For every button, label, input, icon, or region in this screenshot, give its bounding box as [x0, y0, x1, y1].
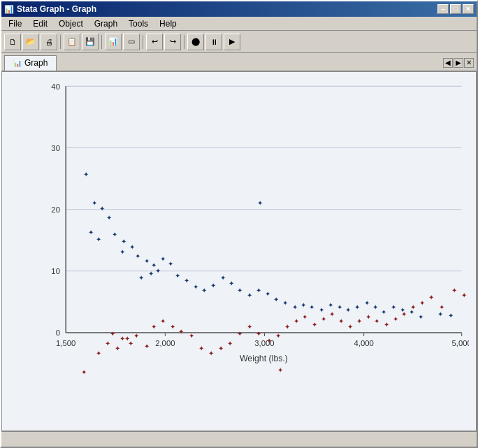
svg-text:✦: ✦: [374, 317, 379, 325]
svg-text:✦: ✦: [96, 349, 101, 357]
svg-text:✦: ✦: [284, 323, 290, 331]
svg-text:✦: ✦: [328, 301, 333, 309]
svg-text:0: 0: [56, 328, 60, 337]
toolbar-pause[interactable]: ⏸: [205, 34, 222, 50]
maximize-button[interactable]: □: [450, 4, 461, 14]
menu-graph[interactable]: Graph: [89, 17, 123, 30]
graph-area: 0 10 20 30 40 1,500 2,000 3,000 4,000 5,…: [1, 71, 477, 431]
tab-close-button[interactable]: ✕: [464, 58, 474, 68]
svg-text:✦: ✦: [277, 366, 283, 374]
svg-text:10: 10: [51, 267, 60, 275]
svg-text:✦: ✦: [208, 349, 214, 357]
svg-text:✦: ✦: [218, 345, 224, 352]
chart-svg: 0 10 20 30 40 1,500 2,000 3,000 4,000 5,…: [37, 79, 469, 391]
svg-text:4,000: 4,000: [354, 339, 373, 347]
close-button[interactable]: ✕: [463, 4, 474, 14]
svg-text:30: 30: [51, 144, 60, 152]
toolbar-box[interactable]: ▭: [123, 34, 140, 50]
tab-next-button[interactable]: ▶: [454, 58, 463, 68]
svg-text:✦: ✦: [160, 255, 166, 263]
svg-text:✦: ✦: [120, 248, 125, 256]
svg-text:✦: ✦: [144, 342, 150, 350]
title-controls: – □ ✕: [437, 4, 474, 14]
svg-text:✦: ✦: [393, 315, 398, 323]
toolbar-chart[interactable]: 📊: [105, 34, 122, 50]
svg-text:✦: ✦: [96, 236, 101, 243]
svg-text:✦: ✦: [175, 272, 180, 280]
svg-text:✦: ✦: [220, 274, 226, 282]
toolbar-copy[interactable]: 📋: [64, 34, 80, 50]
svg-text:✦: ✦: [105, 340, 110, 347]
svg-text:20: 20: [51, 205, 60, 214]
svg-text:✦: ✦: [381, 308, 386, 316]
svg-text:✦: ✦: [121, 238, 126, 245]
svg-text:✦: ✦: [321, 315, 326, 323]
svg-text:✦: ✦: [237, 330, 242, 338]
title-bar-left: 📊 Stata Graph - Graph: [4, 4, 96, 14]
menu-file[interactable]: File: [3, 17, 27, 30]
svg-text:✦: ✦: [148, 270, 154, 277]
toolbar-print[interactable]: 🖨: [41, 34, 57, 50]
menu-bar: File Edit Object Graph Tools Help: [1, 17, 477, 31]
svg-text:40: 40: [51, 82, 60, 90]
svg-text:✦: ✦: [300, 301, 306, 309]
svg-text:✦: ✦: [227, 340, 233, 347]
menu-edit[interactable]: Edit: [27, 17, 53, 30]
toolbar-sep3: [143, 35, 143, 49]
svg-text:✦: ✦: [275, 332, 281, 340]
svg-text:✦: ✦: [210, 282, 216, 289]
tab-nav: ◀ ▶ ✕: [443, 58, 474, 68]
toolbar-open[interactable]: 📂: [22, 34, 39, 50]
tab-prev-button[interactable]: ◀: [443, 58, 453, 68]
svg-text:✦: ✦: [237, 287, 242, 294]
svg-text:✦: ✦: [448, 312, 454, 319]
toolbar-save[interactable]: 💾: [82, 34, 99, 50]
svg-text:✦: ✦: [461, 291, 467, 299]
svg-text:✦: ✦: [129, 243, 135, 251]
svg-text:✦: ✦: [160, 317, 166, 325]
svg-text:✦: ✦: [120, 335, 125, 342]
svg-text:✦: ✦: [319, 306, 324, 314]
menu-help[interactable]: Help: [154, 17, 182, 30]
svg-text:✦: ✦: [365, 313, 371, 321]
tab-graph[interactable]: 📊 Graph: [4, 55, 57, 71]
svg-text:✦: ✦: [256, 287, 261, 294]
minimize-button[interactable]: –: [437, 4, 449, 14]
toolbar-redo[interactable]: ↪: [164, 34, 181, 50]
menu-object[interactable]: Object: [53, 17, 89, 30]
svg-text:✦: ✦: [99, 205, 105, 212]
svg-text:✦: ✦: [439, 303, 444, 311]
toolbar-stop[interactable]: ⬤: [187, 34, 204, 50]
toolbar-undo[interactable]: ↩: [146, 34, 163, 50]
svg-text:✦: ✦: [354, 303, 360, 311]
svg-text:✦: ✦: [302, 313, 307, 321]
svg-text:✦: ✦: [168, 260, 173, 268]
svg-text:✦: ✦: [170, 323, 175, 331]
svg-text:✦: ✦: [329, 310, 335, 318]
svg-text:✦: ✦: [256, 330, 261, 338]
svg-text:✦: ✦: [437, 310, 443, 318]
svg-text:✦: ✦: [112, 231, 117, 238]
svg-text:✦: ✦: [110, 330, 115, 338]
svg-text:✦: ✦: [451, 287, 457, 294]
svg-text:✦: ✦: [356, 317, 362, 325]
svg-text:✦: ✦: [372, 303, 378, 311]
svg-text:Weight (lbs.): Weight (lbs.): [240, 354, 288, 363]
svg-text:✦: ✦: [115, 345, 120, 352]
svg-text:✦: ✦: [144, 257, 150, 265]
svg-text:✦: ✦: [266, 337, 272, 345]
svg-text:✦: ✦: [135, 252, 140, 260]
tab-graph-icon: 📊: [13, 59, 22, 67]
svg-text:✦: ✦: [312, 321, 317, 328]
svg-text:✦: ✦: [92, 199, 97, 207]
tab-graph-label: Graph: [24, 58, 48, 68]
toolbar-play[interactable]: ▶: [224, 34, 240, 50]
svg-text:✦: ✦: [338, 317, 344, 325]
title-bar: 📊 Stata Graph - Graph – □ ✕: [1, 1, 477, 17]
chart-container: 0 10 20 30 40 1,500 2,000 3,000 4,000 5,…: [2, 72, 476, 431]
toolbar-new[interactable]: 🗋: [4, 34, 21, 50]
svg-text:✦: ✦: [83, 171, 89, 178]
svg-text:✦: ✦: [128, 340, 133, 347]
svg-text:✦: ✦: [345, 306, 351, 314]
menu-tools[interactable]: Tools: [123, 17, 154, 30]
